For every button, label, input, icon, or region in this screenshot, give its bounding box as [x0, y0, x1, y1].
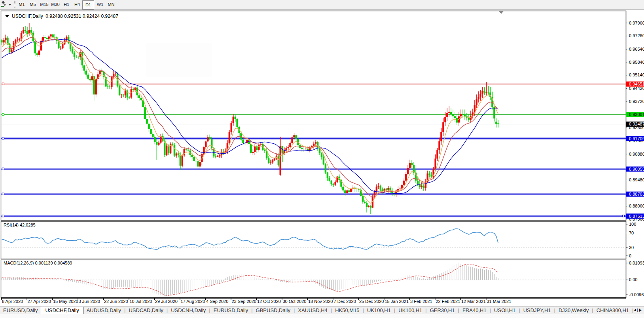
svg-text:30 Oct 2020: 30 Oct 2020	[283, 299, 307, 304]
svg-text:30: 30	[629, 245, 634, 250]
svg-text:0.87513: 0.87513	[629, 214, 644, 219]
svg-text:3 Feb 2021: 3 Feb 2021	[410, 299, 432, 304]
svg-text:29 Jul 2020: 29 Jul 2020	[155, 299, 178, 304]
svg-text:15 Jan 2021: 15 Jan 2021	[385, 299, 409, 304]
svg-text:0.97960: 0.97960	[629, 21, 644, 25]
svg-text:RSI(14) 42.0285: RSI(14) 42.0285	[4, 223, 36, 227]
svg-text:70: 70	[629, 230, 634, 235]
svg-text:18 Nov 2020: 18 Nov 2020	[308, 299, 333, 304]
svg-text:-0.009653: -0.009653	[629, 292, 644, 297]
svg-text:0.96540: 0.96540	[629, 47, 644, 51]
svg-text:USDCHF,Daily 0.92488 0.92531: USDCHF,Daily 0.92488 0.92531 0.92424 0.9…	[12, 13, 118, 19]
svg-text:17 Aug 2020: 17 Aug 2020	[181, 299, 205, 304]
svg-text:27 Apr 2020: 27 Apr 2020	[28, 299, 51, 304]
svg-text:0: 0	[629, 253, 631, 258]
svg-text:22 Feb 2021: 22 Feb 2021	[436, 299, 460, 304]
svg-text:100: 100	[629, 222, 636, 227]
svg-text:15 May 2020: 15 May 2020	[53, 299, 78, 304]
svg-text:3 Jun 2020: 3 Jun 2020	[79, 299, 100, 304]
svg-text:0.90880: 0.90880	[629, 152, 644, 156]
svg-text:0.93720: 0.93720	[629, 99, 644, 104]
svg-text:0.91709: 0.91709	[629, 136, 644, 141]
svg-text:0.89480: 0.89480	[629, 177, 644, 182]
svg-text:0.92487: 0.92487	[629, 122, 644, 126]
svg-text:0.94420: 0.94420	[629, 86, 644, 91]
svg-text:7 Dec 2020: 7 Dec 2020	[334, 299, 356, 304]
svg-text:0.010933: 0.010933	[629, 261, 644, 265]
svg-text:31 Mar 2021: 31 Mar 2021	[487, 299, 511, 304]
svg-text:25 Dec 2020: 25 Dec 2020	[359, 299, 384, 304]
svg-text:12 Mar 2021: 12 Mar 2021	[461, 299, 486, 304]
svg-text:12 Oct 2020: 12 Oct 2020	[257, 299, 281, 304]
svg-text:0.93001: 0.93001	[629, 112, 644, 117]
svg-text:0.97260: 0.97260	[629, 33, 644, 38]
svg-text:0.94651: 0.94651	[629, 82, 644, 86]
svg-text:8 Apr 2020: 8 Apr 2020	[2, 299, 23, 304]
svg-text:MACD(12,26,9) 0.001139 0.00458: MACD(12,26,9) 0.001139 0.004589	[4, 261, 72, 265]
svg-text:4 Sep 2020: 4 Sep 2020	[206, 299, 228, 304]
svg-text:0.90055: 0.90055	[629, 167, 644, 171]
svg-text:0.88060: 0.88060	[629, 204, 644, 208]
svg-text:23 Sep 2020: 23 Sep 2020	[232, 299, 256, 304]
svg-text:0.00: 0.00	[629, 277, 637, 282]
svg-text:22 Jun 2020: 22 Jun 2020	[104, 299, 128, 304]
svg-text:0.95140: 0.95140	[629, 72, 644, 77]
svg-text:10 Jul 2020: 10 Jul 2020	[130, 299, 152, 304]
svg-text:0.88703: 0.88703	[629, 192, 644, 196]
svg-text:0.95840: 0.95840	[629, 60, 644, 65]
